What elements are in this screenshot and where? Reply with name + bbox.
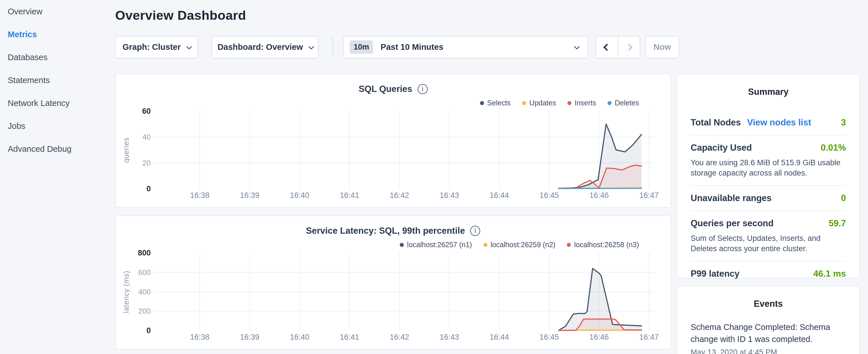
time-step-back-button[interactable] [596,37,618,58]
sidebar-item-network-latency[interactable]: Network Latency [0,92,115,115]
legend-label: Deletes [615,99,639,107]
summary-row-value: 3 [841,118,846,128]
dashboard-dropdown[interactable]: Dashboard: Overview [212,36,318,58]
legend-label: Updates [529,99,556,107]
summary-row-queries-per-second: Queries per second59.7Sum of Selects, Up… [691,211,846,261]
svg-text:16:41: 16:41 [340,191,359,200]
legend-item: Inserts [567,99,596,107]
series-color-dot-icon [608,101,612,105]
chart-legend: localhost:26257 (n1)localhost:26259 (n2)… [400,240,639,249]
chevron-left-icon [603,43,610,51]
legend-label: Inserts [575,99,596,107]
series-color-dot-icon [484,243,488,247]
legend-label: localhost:26257 (n1) [407,240,472,249]
time-step-forward-button[interactable] [618,37,640,58]
svg-text:0: 0 [147,326,151,335]
svg-text:20: 20 [143,159,151,167]
summary-row-unavailable-ranges: Unavailable ranges0 [691,186,846,211]
svg-text:400: 400 [138,288,151,296]
svg-text:200: 200 [138,307,151,315]
legend-label: Selects [487,99,510,107]
time-range-label: Past 10 Minutes [380,42,443,52]
summary-row-p99-latency: P99 latency46.1 ms [691,261,846,286]
sidebar: OverviewMetricsDatabasesStatementsNetwor… [0,0,115,354]
summary-row-description: You are using 28.6 MiB of 515.9 GiB usab… [691,158,846,178]
time-range-dropdown[interactable]: 10m Past 10 Minutes [343,36,588,58]
svg-text:16:45: 16:45 [539,191,559,200]
svg-text:16:39: 16:39 [240,333,259,342]
series-color-dot-icon [567,101,571,105]
svg-text:60: 60 [142,107,151,116]
graph-dropdown-label: Graph: Cluster [122,42,181,52]
view-nodes-list-link[interactable]: View nodes list [747,118,811,128]
svg-text:16:44: 16:44 [490,191,509,200]
summary-row-value: 59.7 [829,218,846,229]
summary-row-value: 46.1 ms [813,269,846,279]
time-step-buttons [595,36,640,58]
svg-text:latency (ms): latency (ms) [122,271,130,313]
page-title: Overview Dashboard [115,8,246,23]
sidebar-item-databases[interactable]: Databases [0,46,115,69]
svg-text:16:45: 16:45 [539,333,559,342]
summary-row-value: 0 [841,193,846,203]
info-icon[interactable]: i [470,226,480,236]
legend-label: localhost:26258 (n3) [574,240,639,249]
chevron-right-icon [625,43,632,51]
legend-item: Updates [522,99,556,107]
chevron-down-icon [574,43,580,49]
events-title: Events [677,299,859,309]
series-color-dot-icon [567,243,571,247]
sidebar-item-advanced-debug[interactable]: Advanced Debug [0,137,115,160]
chart-title: SQL Queries [359,84,412,94]
svg-text:16:43: 16:43 [440,333,459,342]
summary-row-label: Total Nodes [691,118,741,128]
svg-text:16:47: 16:47 [639,333,659,342]
svg-text:16:47: 16:47 [639,191,659,200]
legend-item: localhost:26257 (n1) [400,240,472,249]
events-panel: Events Schema Change Completed: Schema c… [677,286,860,354]
svg-text:16:38: 16:38 [190,333,210,342]
legend-item: localhost:26259 (n2) [484,240,556,249]
summary-rows: Total NodesView nodes list3Capacity Used… [691,110,846,286]
svg-text:16:44: 16:44 [490,333,509,342]
svg-text:16:38: 16:38 [190,191,210,200]
time-range-badge: 10m [350,40,373,54]
chevron-down-icon [186,43,192,49]
sidebar-item-jobs[interactable]: Jobs [0,115,115,137]
svg-text:800: 800 [138,249,151,257]
event-timestamp: May 13, 2020 at 4:45 PM [691,348,846,354]
svg-text:16:42: 16:42 [390,333,409,342]
legend-label: localhost:26259 (n2) [491,240,556,249]
svg-text:queries: queries [122,137,130,163]
service-latency-chart-card: 16:3816:3916:4016:4116:4216:4316:4416:45… [115,215,671,349]
svg-text:16:43: 16:43 [440,191,459,200]
svg-text:600: 600 [138,268,151,277]
info-icon[interactable]: i [417,84,428,94]
summary-panel: Summary Total NodesView nodes list3Capac… [677,74,860,279]
sidebar-item-overview[interactable]: Overview [0,0,115,23]
summary-row-label: Unavailable ranges [691,193,772,203]
sidebar-item-metrics[interactable]: Metrics [0,23,115,46]
event-item: Schema Change Completed: Schema change w… [691,321,846,354]
svg-text:40: 40 [143,133,151,141]
summary-row-label: P99 latency [691,269,740,279]
summary-row-capacity-used: Capacity Used0.01%You are using 28.6 MiB… [691,135,846,186]
legend-item: localhost:26258 (n3) [567,240,639,249]
svg-text:16:46: 16:46 [589,191,609,200]
series-color-dot-icon [480,101,484,105]
chart-legend: SelectsUpdatesInsertsDeletes [480,99,639,107]
summary-row-label: Capacity Used [691,142,752,153]
summary-row-total-nodes: Total NodesView nodes list3 [691,110,846,135]
events-list: Schema Change Completed: Schema change w… [677,321,859,354]
svg-text:16:41: 16:41 [340,333,359,342]
legend-item: Selects [480,99,510,107]
series-color-dot-icon [400,243,404,247]
graph-dropdown[interactable]: Graph: Cluster [115,36,198,58]
sidebar-item-statements[interactable]: Statements [0,69,115,92]
chevron-down-icon [308,43,314,49]
sql-queries-chart-card: 16:3816:3916:4016:4116:4216:4316:4416:45… [115,74,671,207]
summary-title: Summary [677,87,859,97]
now-button[interactable]: Now [645,36,679,58]
event-text: Schema Change Completed: Schema change w… [691,321,846,345]
summary-row-label: Queries per second [691,218,773,229]
